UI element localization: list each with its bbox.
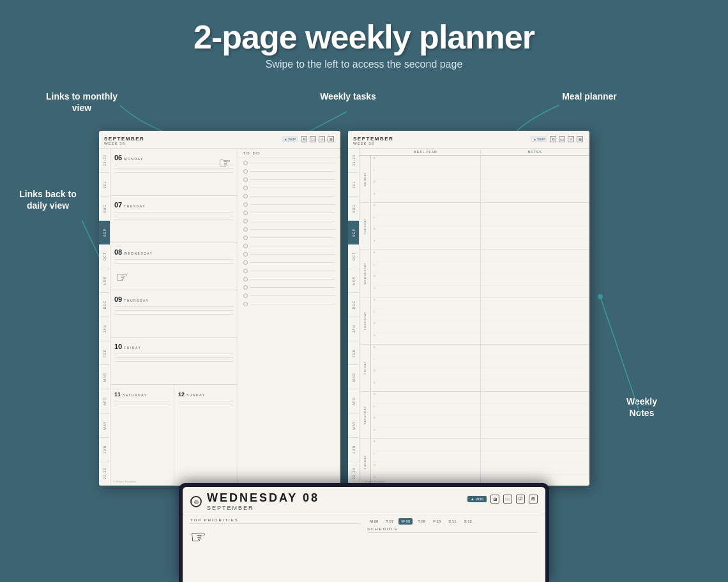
todo-checkbox[interactable] bbox=[243, 219, 248, 223]
sidebar-aug[interactable]: AUG bbox=[99, 197, 110, 221]
sidebar-sep[interactable]: SEP bbox=[99, 221, 110, 245]
todo-checkbox[interactable] bbox=[243, 202, 248, 207]
p2-sidebar-apr[interactable]: APR bbox=[348, 389, 359, 414]
todo-checkbox[interactable] bbox=[243, 235, 248, 240]
meal-d[interactable]: D bbox=[371, 463, 480, 475]
meal-b[interactable]: B bbox=[371, 392, 480, 404]
p2-sidebar-dec[interactable]: DEC bbox=[348, 293, 359, 317]
sidebar-nov[interactable]: NOV bbox=[99, 269, 110, 294]
todo-checkbox[interactable] bbox=[243, 177, 248, 182]
todo-checkbox[interactable] bbox=[243, 260, 248, 265]
p2-sidebar-aug[interactable]: AUG bbox=[348, 197, 359, 221]
meal-d[interactable]: D bbox=[371, 274, 480, 286]
meal-s[interactable]: S bbox=[371, 428, 480, 439]
sidebar-dec[interactable]: DEC bbox=[99, 293, 110, 317]
todo-checkbox[interactable] bbox=[243, 244, 248, 248]
device-back-btn[interactable]: ◎ bbox=[190, 496, 202, 507]
todo-item[interactable] bbox=[243, 177, 335, 182]
p2-sidebar-oct[interactable]: OCT bbox=[348, 245, 359, 269]
note-line[interactable] bbox=[481, 286, 590, 297]
day-monday[interactable]: 06MONDAY ☞ bbox=[110, 149, 238, 196]
check-icon-p2[interactable]: ☑ bbox=[568, 136, 574, 142]
todo-item[interactable] bbox=[243, 169, 335, 174]
page1-nav-btn[interactable]: ▲ SEP bbox=[282, 136, 298, 142]
device-nav-t07[interactable]: T 07 bbox=[383, 518, 396, 525]
note-line[interactable] bbox=[481, 215, 590, 227]
note-line[interactable] bbox=[481, 227, 590, 239]
todo-checkbox[interactable] bbox=[243, 169, 248, 174]
meal-s[interactable]: S bbox=[371, 380, 480, 392]
note-line[interactable] bbox=[481, 250, 590, 262]
note-line[interactable] bbox=[481, 392, 590, 404]
book-icon[interactable]: 📖 bbox=[310, 136, 316, 142]
sidebar-jun[interactable]: JUN bbox=[99, 438, 110, 462]
meal-b[interactable]: B bbox=[371, 156, 480, 168]
meal-d[interactable]: D bbox=[371, 179, 480, 191]
meal-s[interactable]: S bbox=[371, 239, 480, 250]
note-line[interactable] bbox=[481, 368, 590, 380]
meal-l[interactable]: L bbox=[371, 262, 480, 274]
todo-item[interactable] bbox=[243, 194, 335, 198]
note-line[interactable] bbox=[481, 297, 590, 310]
calendar-icon-p2[interactable]: 🗓 bbox=[550, 136, 556, 142]
note-line[interactable] bbox=[481, 191, 590, 203]
sidebar-jan[interactable]: JAN bbox=[99, 317, 110, 341]
todo-item[interactable] bbox=[243, 252, 335, 257]
todo-checkbox[interactable] bbox=[243, 211, 248, 215]
day-saturday[interactable]: 11SATURDAY bbox=[110, 385, 174, 486]
todo-item[interactable] bbox=[243, 269, 335, 273]
todo-checkbox[interactable] bbox=[243, 252, 248, 257]
todo-item[interactable] bbox=[243, 294, 335, 298]
day-wednesday[interactable]: 08WEDNESDAY ☞ bbox=[110, 243, 238, 290]
note-line[interactable] bbox=[481, 179, 590, 191]
meal-l[interactable]: L bbox=[371, 404, 480, 416]
todo-item[interactable] bbox=[243, 161, 335, 165]
p2-sidebar-jul[interactable]: JUL bbox=[348, 173, 359, 197]
note-line[interactable] bbox=[481, 439, 590, 451]
meal-d[interactable]: D bbox=[371, 321, 480, 333]
day-friday[interactable]: 10FRIDAY bbox=[110, 338, 238, 384]
sidebar-oct[interactable]: OCT bbox=[99, 245, 110, 269]
meal-b[interactable]: B bbox=[371, 297, 480, 310]
note-line[interactable] bbox=[481, 262, 590, 274]
layout-icon-p2[interactable]: ▦ bbox=[577, 136, 583, 142]
todo-checkbox[interactable] bbox=[243, 285, 248, 290]
todo-item[interactable] bbox=[243, 235, 335, 240]
note-line[interactable] bbox=[481, 239, 590, 250]
meal-s[interactable]: S bbox=[371, 333, 480, 345]
sidebar-feb[interactable]: FEB bbox=[99, 341, 110, 366]
device-nav-t09[interactable]: T 09 bbox=[415, 518, 428, 525]
p2-sidebar-may[interactable]: MAY bbox=[348, 414, 359, 438]
device-book-icon[interactable]: 📖 bbox=[503, 495, 512, 504]
todo-checkbox[interactable] bbox=[243, 302, 248, 306]
note-line[interactable] bbox=[481, 321, 590, 333]
page2-nav-btn[interactable]: ▲ SEP bbox=[531, 136, 547, 142]
sidebar-may[interactable]: MAY bbox=[99, 414, 110, 438]
note-line[interactable] bbox=[481, 428, 590, 439]
p2-sidebar-sep[interactable]: SEP bbox=[348, 221, 359, 245]
meal-b[interactable]: B bbox=[371, 439, 480, 451]
meal-d[interactable]: D bbox=[371, 368, 480, 380]
meal-b[interactable]: B bbox=[371, 203, 480, 215]
todo-item[interactable] bbox=[243, 211, 335, 215]
todo-checkbox[interactable] bbox=[243, 277, 248, 281]
meal-d[interactable]: D bbox=[371, 227, 480, 239]
meal-d[interactable]: D bbox=[371, 415, 480, 428]
p2-sidebar-jan[interactable]: JAN bbox=[348, 317, 359, 341]
device-nav-w08[interactable]: W 08 bbox=[398, 518, 413, 525]
todo-item[interactable] bbox=[243, 260, 335, 265]
device-check-icon[interactable]: ☑ bbox=[516, 495, 525, 504]
note-line[interactable] bbox=[481, 156, 590, 168]
day-thursday[interactable]: 09THURSDAY bbox=[110, 290, 238, 338]
sidebar-jul[interactable]: JUL bbox=[99, 173, 110, 197]
meal-l[interactable]: L bbox=[371, 310, 480, 322]
todo-checkbox[interactable] bbox=[243, 227, 248, 232]
todo-item[interactable] bbox=[243, 285, 335, 290]
todo-item[interactable] bbox=[243, 202, 335, 207]
todo-item[interactable] bbox=[243, 277, 335, 281]
meal-l[interactable]: L bbox=[371, 357, 480, 369]
todo-checkbox[interactable] bbox=[243, 269, 248, 273]
todo-checkbox[interactable] bbox=[243, 194, 248, 198]
todo-item[interactable] bbox=[243, 219, 335, 223]
p2-sidebar-nov[interactable]: NOV bbox=[348, 269, 359, 294]
